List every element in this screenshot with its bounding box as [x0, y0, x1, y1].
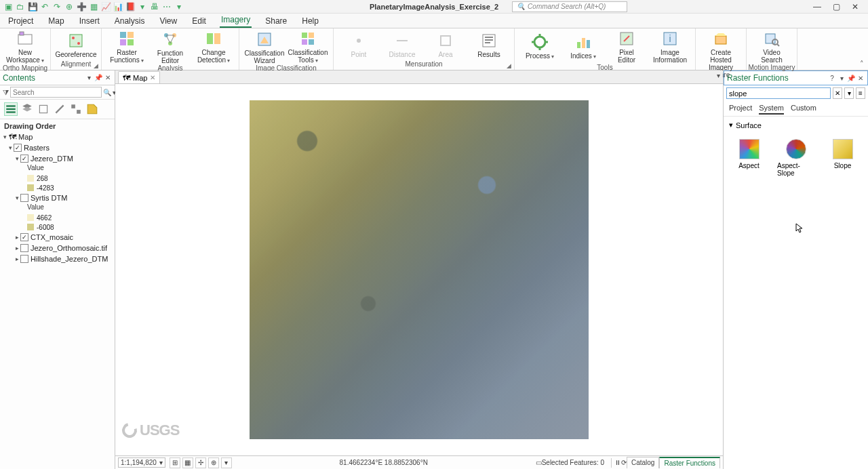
tab-map[interactable]: Map	[47, 14, 65, 28]
new-workspace-button[interactable]: NewWorkspace	[5, 30, 45, 64]
classification-wizard-button[interactable]: ClassificationWizard	[245, 30, 284, 64]
results-button[interactable]: Results	[469, 32, 509, 58]
rasters-node[interactable]: ▾Rasters	[1, 142, 113, 153]
indices-button[interactable]: Indices	[564, 33, 603, 60]
scale-dd-icon[interactable]: ▾	[159, 459, 163, 466]
ctx-mosaic-checkbox[interactable]	[20, 233, 28, 241]
scale-input[interactable]: 1:1,194,820▾	[118, 457, 165, 468]
sb-snap-button[interactable]: ▦	[182, 457, 193, 468]
list-by-source-button[interactable]	[20, 102, 34, 116]
sb-refresh-button[interactable]: ⟳	[621, 459, 627, 466]
dialog-launcher-alignment[interactable]: ◢	[94, 62, 98, 69]
qat-redo-icon[interactable]: ↷	[52, 1, 62, 12]
sb-constrain-button[interactable]: ⊞	[170, 457, 180, 468]
rf-item-slope[interactable]: Slope	[824, 139, 861, 177]
hillshade-node[interactable]: ▸Hillshade_Jezero_DTM	[1, 253, 113, 264]
map-tab-close-button[interactable]: ✕	[150, 74, 155, 81]
rf-clear-button[interactable]: ✕	[833, 87, 842, 99]
function-editor-button[interactable]: FunctionEditor	[151, 30, 190, 64]
twisty-icon[interactable]: ▾	[14, 195, 20, 201]
sb-dynamic-button[interactable]: ⊕	[208, 457, 219, 468]
rf-subtab-system[interactable]: System	[759, 104, 784, 115]
rf-subtab-project[interactable]: Project	[729, 104, 752, 115]
qat-new-icon[interactable]: ▣	[3, 1, 14, 12]
qat-open-icon[interactable]: 🗀	[15, 1, 26, 12]
qat-print-icon[interactable]: 🖶	[149, 1, 160, 12]
qat-table-icon[interactable]: ▦	[88, 1, 99, 12]
map-tab[interactable]: 🗺 Map ✕	[118, 71, 160, 83]
contents-search-input[interactable]	[10, 87, 102, 98]
minimize-button[interactable]: —	[812, 2, 822, 12]
ctx-mosaic-node[interactable]: ▸CTX_mosaic	[1, 232, 113, 243]
twisty-icon[interactable]: ▸	[14, 245, 20, 251]
tab-edit[interactable]: Edit	[191, 14, 208, 28]
qat-book-icon[interactable]: 📕	[125, 1, 136, 12]
close-button[interactable]: ✕	[850, 2, 860, 12]
view-options-button[interactable]: ▾	[717, 72, 720, 79]
tab-insert[interactable]: Insert	[78, 14, 101, 28]
list-by-drawing-order-button[interactable]	[4, 102, 18, 116]
rf-search-dd-button[interactable]: ▾	[844, 87, 854, 99]
qat-ext-icon[interactable]: ▾	[137, 1, 148, 12]
footer-tab-raster-functions[interactable]: Raster Functions	[659, 457, 720, 468]
rf-item-aspect[interactable]: Aspect	[730, 139, 768, 177]
tab-project[interactable]: Project	[7, 14, 35, 28]
rf-item-aspect-slope[interactable]: Aspect-Slope	[777, 139, 814, 177]
process-button[interactable]: Process	[520, 33, 559, 60]
qat-more-icon[interactable]: ⋯	[161, 1, 172, 12]
contents-close-button[interactable]: ✕	[104, 74, 112, 81]
contents-pin-button[interactable]: 📌	[94, 74, 102, 81]
jezero-ortho-node[interactable]: ▸Jezero_Orthomosaic.tif	[1, 243, 113, 253]
rf-close-button[interactable]: ✕	[856, 75, 865, 82]
twisty-icon[interactable]: ▾	[14, 155, 20, 162]
qat-chart2-icon[interactable]: 📊	[113, 1, 123, 12]
sb-grid-button[interactable]: ✢	[195, 457, 206, 468]
rf-menu-button[interactable]: ≡	[856, 87, 865, 99]
map-canvas[interactable]: USGS	[115, 84, 723, 455]
video-search-button[interactable]: VideoSearch	[752, 30, 791, 64]
command-search[interactable]: 🔍 Command Search (Alt+Q)	[512, 1, 627, 12]
list-by-selection-button[interactable]	[37, 102, 50, 116]
dialog-launcher-mensuration[interactable]: ◢	[507, 62, 511, 69]
jezero-ortho-checkbox[interactable]	[20, 244, 28, 252]
twisty-icon[interactable]: ▾	[7, 144, 14, 151]
ribbon-collapse-button[interactable]: ˄	[860, 60, 864, 68]
rf-subtab-custom[interactable]: Custom	[791, 104, 816, 115]
contents-options-button[interactable]: ▾	[85, 74, 93, 81]
hillshade-checkbox[interactable]	[20, 255, 28, 263]
rf-pin-button[interactable]: 📌	[847, 75, 855, 82]
twisty-icon[interactable]: ▾	[1, 134, 8, 140]
qat-save-icon[interactable]: 💾	[27, 1, 38, 12]
maximize-button[interactable]: ▢	[831, 2, 841, 12]
syrtis-dtm-node[interactable]: ▾Syrtis DTM	[1, 192, 113, 203]
qat-add-icon[interactable]: ➕	[76, 1, 87, 12]
list-by-editing-button[interactable]	[53, 102, 66, 116]
qat-undo-icon[interactable]: ↶	[39, 1, 50, 12]
list-by-snapping-button[interactable]	[69, 102, 83, 116]
twisty-icon[interactable]: ▸	[14, 256, 20, 262]
qat-explore-icon[interactable]: ⊕	[64, 1, 75, 12]
tab-share[interactable]: Share	[264, 14, 288, 28]
rf-search-input[interactable]	[726, 87, 831, 99]
raster-functions-button[interactable]: RasterFunctions	[107, 30, 146, 64]
tab-help[interactable]: Help	[300, 14, 320, 28]
image-information-button[interactable]: iImageInformation	[650, 30, 690, 64]
georeference-button[interactable]: Georeference	[56, 32, 96, 58]
sb-pause-button[interactable]: ⏸	[614, 459, 621, 466]
change-detection-button[interactable]: ChangeDetection	[194, 30, 233, 64]
sb-more-button[interactable]: ▾	[221, 457, 232, 468]
syrtis-dtm-checkbox[interactable]	[20, 194, 28, 202]
pixel-editor-button[interactable]: PixelEditor	[607, 30, 646, 64]
map-node[interactable]: ▾🗺Map	[1, 131, 113, 142]
rf-options-button[interactable]: ▾	[837, 75, 846, 82]
rasters-checkbox[interactable]	[14, 144, 22, 152]
create-hosted-imagery-button[interactable]: Create HostedImagery	[701, 30, 741, 71]
filter-icon[interactable]: ⧩	[3, 88, 9, 97]
jezero-dtm-checkbox[interactable]	[20, 155, 28, 163]
twisty-icon[interactable]: ▸	[14, 234, 20, 241]
classification-tools-button[interactable]: ClassificationTools	[288, 30, 328, 64]
tab-analysis[interactable]: Analysis	[113, 14, 146, 28]
qat-custom-icon[interactable]: ▾	[174, 1, 184, 12]
search-go-icon[interactable]: 🔍	[103, 89, 111, 96]
list-by-labeling-button[interactable]	[85, 102, 99, 116]
